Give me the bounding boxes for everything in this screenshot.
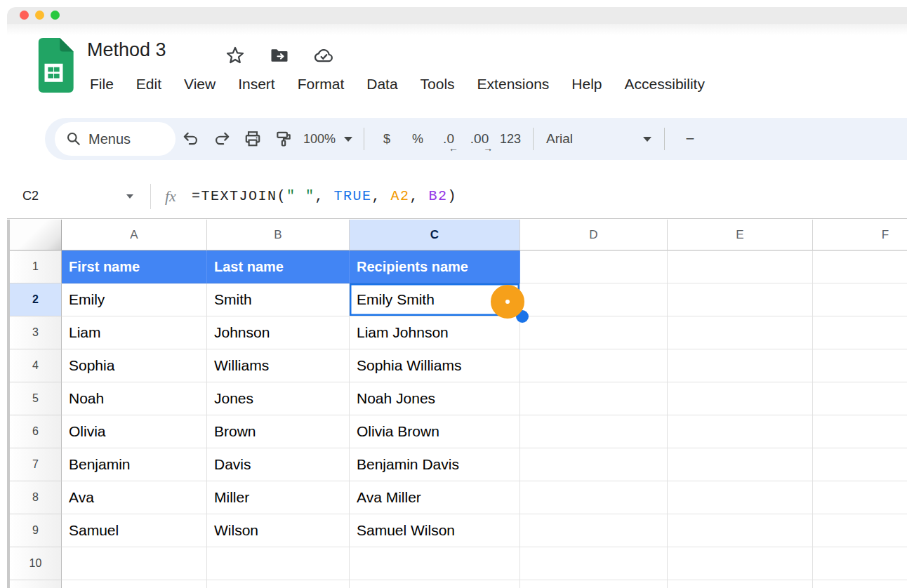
more-formats-button[interactable]: 123 xyxy=(495,123,526,154)
menu-item-format[interactable]: Format xyxy=(286,70,356,98)
traffic-light-close-button[interactable] xyxy=(20,11,29,20)
cell-C9[interactable]: Samuel Wilson xyxy=(350,514,520,547)
cell-C11[interactable] xyxy=(350,580,520,588)
cell-B2[interactable]: Smith xyxy=(207,283,350,316)
cell-B1[interactable]: Last name xyxy=(207,250,350,283)
cell-C6[interactable]: Olivia Brown xyxy=(350,415,520,448)
cell-B3[interactable]: Johnson xyxy=(207,316,350,349)
cell-D6[interactable] xyxy=(520,415,668,448)
increase-decimal-button[interactable]: .00 → xyxy=(464,123,495,154)
cell-E3[interactable] xyxy=(668,316,813,349)
row-header-1[interactable]: 1 xyxy=(10,250,62,283)
cell-A3[interactable]: Liam xyxy=(62,316,207,349)
zoom-control[interactable]: 100% xyxy=(303,132,352,147)
cell-E8[interactable] xyxy=(668,481,813,514)
menus-search-button[interactable]: Menus xyxy=(55,122,176,156)
print-button[interactable] xyxy=(237,123,268,154)
cell-B11[interactable] xyxy=(207,580,350,588)
cell-F4[interactable] xyxy=(813,349,907,382)
document-title[interactable]: Method 3 xyxy=(87,39,166,61)
column-header-F[interactable]: F xyxy=(813,220,907,250)
cell-A1[interactable]: First name xyxy=(62,250,207,283)
row-header-7[interactable]: 7 xyxy=(10,448,62,481)
decrease-decimal-button[interactable]: .0 ← xyxy=(433,123,464,154)
column-header-E[interactable]: E xyxy=(668,220,813,250)
format-currency-button[interactable]: $ xyxy=(371,123,402,154)
cell-D1[interactable] xyxy=(520,250,668,283)
cell-A10[interactable] xyxy=(62,547,207,580)
menu-item-accessibility[interactable]: Accessibility xyxy=(614,70,716,98)
cell-A8[interactable]: Ava xyxy=(62,481,207,514)
cell-C1[interactable]: Recipients name xyxy=(350,250,520,283)
cell-F7[interactable] xyxy=(813,448,907,481)
formula-text[interactable]: =TEXTJOIN(" ", TRUE, A2, B2) xyxy=(192,188,457,204)
undo-button[interactable] xyxy=(176,123,206,154)
cell-E6[interactable] xyxy=(668,415,813,448)
cell-A2[interactable]: Emily xyxy=(62,283,207,316)
cell-F11[interactable] xyxy=(813,580,907,588)
redo-button[interactable] xyxy=(206,123,237,154)
row-header-5[interactable]: 5 xyxy=(10,382,62,415)
font-family-control[interactable]: Arial xyxy=(546,131,651,147)
cell-A9[interactable]: Samuel xyxy=(62,514,207,547)
menu-item-file[interactable]: File xyxy=(79,70,125,98)
cell-C8[interactable]: Ava Miller xyxy=(350,481,520,514)
cell-B6[interactable]: Brown xyxy=(207,415,350,448)
cell-B10[interactable] xyxy=(207,547,350,580)
column-header-C[interactable]: C xyxy=(350,220,520,250)
cell-E4[interactable] xyxy=(668,349,813,382)
cell-B9[interactable]: Wilson xyxy=(207,514,350,547)
cloud-saved-icon[interactable] xyxy=(313,45,334,66)
cell-D7[interactable] xyxy=(520,448,668,481)
cell-D9[interactable] xyxy=(520,514,668,547)
column-header-B[interactable]: B xyxy=(207,220,350,250)
cell-F8[interactable] xyxy=(813,481,907,514)
select-all-corner[interactable] xyxy=(10,220,62,250)
cell-A11[interactable] xyxy=(62,580,207,588)
cell-D8[interactable] xyxy=(520,481,668,514)
cell-C5[interactable]: Noah Jones xyxy=(350,382,520,415)
cell-D5[interactable] xyxy=(520,382,668,415)
cell-E10[interactable] xyxy=(668,547,813,580)
row-header-10[interactable]: 10 xyxy=(10,547,62,580)
move-folder-icon[interactable] xyxy=(269,45,290,66)
cell-C3[interactable]: Liam Johnson xyxy=(350,316,520,349)
row-header-9[interactable]: 9 xyxy=(10,514,62,547)
cell-E5[interactable] xyxy=(668,382,813,415)
cell-B5[interactable]: Jones xyxy=(207,382,350,415)
menu-item-tools[interactable]: Tools xyxy=(409,70,466,98)
format-percent-button[interactable]: % xyxy=(402,123,433,154)
row-header-8[interactable]: 8 xyxy=(10,481,62,514)
cell-D2[interactable] xyxy=(520,283,668,316)
cell-D11[interactable] xyxy=(520,580,668,588)
cell-C4[interactable]: Sophia Williams xyxy=(350,349,520,382)
cell-F2[interactable] xyxy=(813,283,907,316)
cell-B7[interactable]: Davis xyxy=(207,448,350,481)
row-header-6[interactable]: 6 xyxy=(10,415,62,448)
menu-item-extensions[interactable]: Extensions xyxy=(466,70,561,98)
cell-E7[interactable] xyxy=(668,448,813,481)
cell-F10[interactable] xyxy=(813,547,907,580)
google-sheets-logo-icon[interactable] xyxy=(34,38,74,93)
cell-D4[interactable] xyxy=(520,349,668,382)
cell-A4[interactable]: Sophia xyxy=(62,349,207,382)
traffic-light-zoom-button[interactable] xyxy=(51,11,60,20)
cell-A7[interactable]: Benjamin xyxy=(62,448,207,481)
column-header-D[interactable]: D xyxy=(520,220,668,250)
cell-C10[interactable] xyxy=(350,547,520,580)
menu-item-edit[interactable]: Edit xyxy=(125,70,173,98)
cell-E2[interactable] xyxy=(668,283,813,316)
cell-B4[interactable]: Williams xyxy=(207,349,350,382)
cell-F5[interactable] xyxy=(813,382,907,415)
cell-E11[interactable] xyxy=(668,580,813,588)
cell-D3[interactable] xyxy=(520,316,668,349)
menu-item-view[interactable]: View xyxy=(173,70,227,98)
traffic-light-minimize-button[interactable] xyxy=(35,11,44,20)
cell-E1[interactable] xyxy=(668,250,813,283)
cell-F9[interactable] xyxy=(813,514,907,547)
menu-item-help[interactable]: Help xyxy=(560,70,613,98)
cell-F1[interactable] xyxy=(813,250,907,283)
column-header-A[interactable]: A xyxy=(62,220,207,250)
font-size-decrease-button[interactable]: − xyxy=(675,123,706,154)
cell-B8[interactable]: Miller xyxy=(207,481,350,514)
